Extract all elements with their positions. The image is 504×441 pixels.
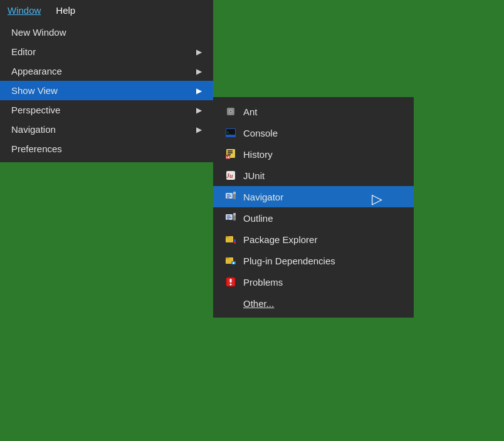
navigator-icon	[224, 190, 237, 203]
submenu-item-junit[interactable]: Ju JUnit	[213, 165, 414, 186]
svg-rect-20	[233, 192, 236, 194]
svg-rect-41	[230, 279, 232, 283]
menu-bar-help[interactable]: Help	[48, 3, 83, 18]
svg-rect-26	[233, 213, 236, 215]
history-label: History	[243, 149, 273, 160]
console-label: Console	[243, 128, 278, 138]
cursor-indicator: ▷	[372, 191, 382, 207]
svg-rect-9	[228, 152, 233, 153]
submenu-item-console[interactable]: >_ Console	[213, 122, 414, 143]
junit-label: JUnit	[243, 170, 265, 181]
submenu-item-ant[interactable]: Ant	[213, 101, 414, 122]
junit-icon: Ju	[224, 169, 237, 182]
menu-item-preferences[interactable]: Preferences	[0, 139, 213, 158]
outline-label: Outline	[243, 213, 273, 224]
ant-icon	[224, 105, 237, 118]
menu-item-appearance[interactable]: Appearance ▶	[0, 61, 213, 81]
submenu-item-package-explorer[interactable]: Package Explorer	[213, 229, 414, 250]
svg-rect-17	[227, 196, 231, 197]
menu-item-editor[interactable]: Editor ▶	[0, 42, 213, 61]
package-explorer-icon	[224, 233, 237, 246]
perspective-label: Perspective	[11, 105, 60, 115]
menu-item-new-window[interactable]: New Window	[0, 23, 213, 42]
window-dropdown: New Window Editor ▶ Appearance ▶ Show Vi…	[0, 19, 213, 162]
svg-rect-31	[234, 242, 236, 244]
submenu-item-other[interactable]: Other...	[213, 293, 414, 314]
menu-bar-window[interactable]: Window	[0, 3, 48, 18]
show-view-submenu: Ant >_ Console Hi History	[213, 97, 414, 318]
menu-bar: Window Help	[0, 0, 213, 21]
svg-rect-29	[227, 237, 233, 242]
navigator-label: Navigator	[243, 192, 283, 202]
show-view-arrow: ▶	[196, 86, 202, 95]
show-view-label: Show View	[11, 85, 58, 96]
plugin-dependencies-label: Plug-in Dependencies	[243, 256, 335, 266]
editor-label: Editor	[11, 46, 36, 57]
svg-rect-24	[227, 219, 229, 220]
svg-point-2	[230, 111, 232, 113]
svg-rect-22	[227, 215, 230, 217]
svg-rect-16	[227, 194, 230, 195]
perspective-arrow: ▶	[196, 106, 202, 115]
console-icon: >_	[224, 127, 237, 139]
svg-rect-5	[226, 135, 236, 137]
package-explorer-label: Package Explorer	[243, 234, 317, 245]
ant-label: Ant	[243, 106, 258, 117]
appearance-label: Appearance	[11, 66, 62, 76]
history-icon: Hi	[224, 148, 237, 160]
navigation-label: Navigation	[11, 124, 56, 135]
problems-icon	[224, 276, 237, 288]
submenu-item-outline[interactable]: Outline	[213, 207, 414, 229]
svg-rect-23	[227, 217, 231, 219]
menu-item-perspective[interactable]: Perspective ▶	[0, 100, 213, 120]
svg-text:Hi: Hi	[226, 155, 230, 159]
other-label: Other...	[243, 298, 274, 309]
menu-item-navigation[interactable]: Navigation ▶	[0, 120, 213, 139]
navigation-arrow: ▶	[196, 125, 202, 134]
menu-item-show-view[interactable]: Show View ▶	[0, 81, 213, 100]
submenu-item-history[interactable]: Hi History	[213, 143, 414, 165]
svg-text:>_: >_	[227, 130, 231, 135]
submenu-item-plugin-dependencies[interactable]: Plug-in Dependencies	[213, 250, 414, 271]
submenu-item-problems[interactable]: Problems	[213, 271, 414, 293]
svg-rect-18	[227, 197, 229, 199]
svg-text:Ju: Ju	[226, 172, 233, 179]
new-window-label: New Window	[11, 27, 66, 38]
svg-point-40	[230, 284, 232, 286]
plugin-dependencies-icon	[224, 254, 237, 267]
outline-icon	[224, 212, 237, 224]
editor-arrow: ▶	[196, 48, 202, 56]
other-icon	[224, 297, 237, 309]
preferences-label: Preferences	[11, 143, 62, 154]
submenu-item-navigator[interactable]: Navigator ▷	[213, 186, 414, 207]
svg-rect-8	[228, 150, 233, 152]
appearance-arrow: ▶	[196, 67, 202, 76]
problems-label: Problems	[243, 277, 283, 288]
